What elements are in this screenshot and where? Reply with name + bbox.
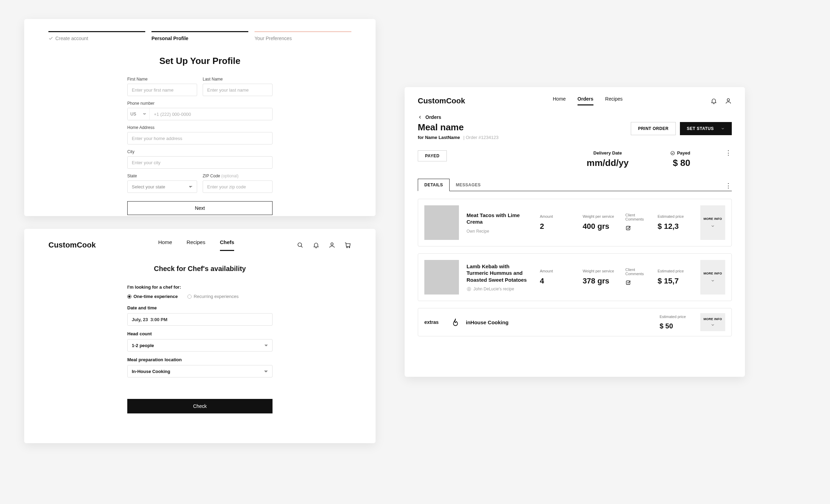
user-icon[interactable] [725,97,732,104]
nav-chefs[interactable]: Chefs [220,239,234,251]
nav-home[interactable]: Home [553,96,566,105]
chevron-down-icon [711,323,715,327]
state-label: State [127,174,197,178]
comments-icon[interactable] [625,225,650,232]
location-label: Meal preparation location [127,357,273,362]
user-circle-icon [467,287,471,291]
user-icon[interactable] [329,242,335,249]
cart-icon[interactable] [344,242,351,249]
svg-point-0 [298,243,302,246]
next-button[interactable]: Next [127,201,273,215]
step-label: Your Preferences [255,36,292,41]
order-item: Lamb Kebab with Turmeric Hummus and Roas… [418,253,732,301]
brand-logo[interactable]: CustomCook [418,96,465,105]
country-code-select[interactable]: US [128,108,150,120]
more-menu-icon[interactable]: ⋮ [725,183,732,191]
svg-rect-10 [626,281,630,285]
print-order-button[interactable]: PRINT ORDER [631,122,676,135]
check-icon [48,36,53,41]
radio-one-time[interactable]: One-time experience [127,294,178,299]
svg-point-9 [468,288,470,289]
phone-input[interactable] [150,108,272,120]
bell-icon[interactable] [313,242,320,249]
nav-orders[interactable]: Orders [578,96,593,105]
item-weight: 378 grs [583,277,618,286]
set-status-button[interactable]: SET STATUS [680,122,732,135]
tab-details[interactable]: DETAILS [418,179,450,191]
nav-home[interactable]: Home [158,239,172,251]
extras-name: inHouse Cooking [466,319,653,325]
comments-icon[interactable] [625,279,650,287]
location-select[interactable]: In-House Cooking [127,365,273,377]
zip-input[interactable] [203,180,273,193]
tab-messages[interactable]: MESSAGES [450,179,487,191]
item-recipe: John DeLucie's recipe [467,287,532,291]
step-label: Personal Profile [151,36,188,41]
radio-recurring[interactable]: Recurring experiences [187,294,239,299]
svg-rect-7 [626,226,630,230]
payed-label: Payed [670,150,690,156]
nav-recipes[interactable]: Recipes [187,239,205,251]
last-name-input[interactable] [203,84,273,96]
item-name: Lamb Kebab with Turmeric Hummus and Roas… [467,263,532,283]
chevron-down-icon [711,224,715,228]
more-menu-icon[interactable]: ⋮ [725,150,732,155]
phone-label: Phone number [127,101,273,106]
date-input[interactable] [127,313,273,326]
fire-icon [451,318,460,326]
step-label: Create account [55,36,88,41]
item-price: $ 12,3 [657,222,693,231]
first-name-label: First Name [127,77,197,82]
step-create-account[interactable]: Create account [48,31,145,41]
zip-label: ZIP Code (optional) [203,174,273,178]
check-button[interactable]: Check [127,399,273,413]
more-info-button[interactable]: MORE INFO [700,205,725,240]
item-price: $ 15,7 [657,277,693,286]
payed-value: $ 80 [670,158,690,168]
svg-point-5 [727,99,730,101]
search-icon[interactable] [297,242,304,249]
headcount-select[interactable]: 1-2 people [127,339,273,352]
city-label: City [127,149,273,154]
nav-recipes[interactable]: Recipes [605,96,623,105]
item-name: Meat Tacos with Lime Crema [467,212,532,225]
arrow-left-icon [418,115,423,120]
order-title: Meal name [418,122,498,133]
item-weight: 400 grs [583,222,618,231]
item-thumbnail [424,205,459,240]
more-info-button[interactable]: MORE INFO [700,260,725,295]
extras-price: $ 50 [660,322,686,330]
city-input[interactable] [127,156,273,169]
state-select[interactable]: Select your state [127,180,197,193]
date-label: Date and time [127,305,273,310]
brand-logo[interactable]: CustomCook [48,241,96,250]
address-input[interactable] [127,132,273,144]
profile-setup-panel: Create account Personal Profile Your Pre… [24,19,376,216]
last-name-label: Last Name [203,77,273,82]
svg-point-3 [347,247,348,248]
chevron-down-icon [721,127,725,131]
extras-row: extras inHouse Cooking Estimated price $… [418,308,732,336]
page-title: Set Up Your Profile [48,56,351,66]
svg-line-1 [301,246,303,248]
extras-label: extras [424,319,445,325]
check-circle-icon [670,151,675,156]
address-label: Home Address [127,125,273,130]
bell-icon[interactable] [710,97,717,104]
order-subtitle: for Name LastName | Order #1234123 [418,135,498,140]
chef-availability-panel: CustomCook Home Recipes Chefs Check for … [24,229,376,443]
item-recipe: Own Recipe [467,229,532,234]
looking-for-label: I'm looking for a chef for: [127,284,273,290]
order-item: Meat Tacos with Lime Crema Own Recipe Am… [418,199,732,246]
step-personal-profile[interactable]: Personal Profile [151,31,248,41]
svg-point-2 [331,243,333,245]
item-amount: 2 [540,222,575,231]
stepper: Create account Personal Profile Your Pre… [48,31,351,41]
first-name-input[interactable] [127,84,197,96]
back-link[interactable]: Orders [418,114,732,120]
more-info-button[interactable]: MORE INFO [700,313,725,331]
headcount-label: Head count [127,331,273,336]
item-amount: 4 [540,277,575,286]
status-chip: PAYED [418,150,447,161]
step-preferences[interactable]: Your Preferences [255,31,351,41]
